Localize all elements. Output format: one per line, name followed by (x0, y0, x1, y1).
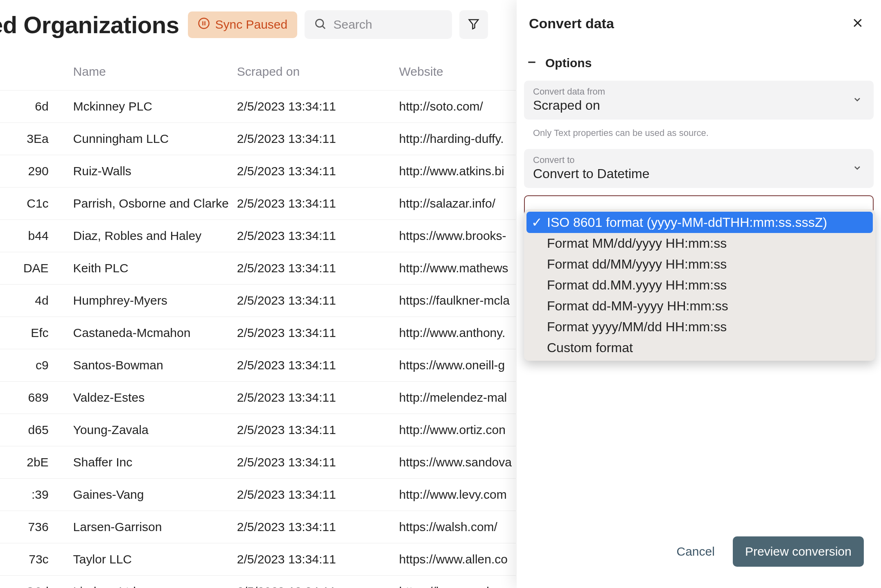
row-id: c9 (0, 349, 69, 382)
row-website: http://www.atkins.bi (395, 155, 516, 188)
format-option-label: Format yyyy/MM/dd HH:mm:ss (547, 319, 727, 335)
format-option[interactable]: Format dd.MM.yyyy HH:mm:ss (526, 275, 873, 296)
row-website: http://harding-duffy. (395, 123, 516, 155)
format-option-label: Custom format (547, 340, 633, 355)
table-row[interactable]: 736Larsen-Garrison2/5/2023 13:34:11https… (0, 511, 516, 543)
format-option[interactable]: Format MM/dd/yyyy HH:mm:ss (526, 233, 873, 254)
table-row[interactable]: DAEKeith PLC2/5/2023 13:34:11http://www.… (0, 252, 516, 285)
row-id: Efc (0, 317, 69, 349)
convert-to-value: Convert to Datetime (533, 166, 865, 181)
page-title: ped Organizations (0, 11, 179, 38)
row-website: https://www.allen.co (395, 543, 516, 576)
sync-status-text: Sync Paused (215, 18, 287, 32)
table-row[interactable]: C1cParrish, Osborne and Clarke2/5/2023 1… (0, 188, 516, 220)
row-website: https://faulkner-mcla (395, 285, 516, 317)
row-website: http://www.mathews (395, 252, 516, 285)
table-row[interactable]: b44Diaz, Robles and Haley2/5/2023 13:34:… (0, 220, 516, 252)
chevron-down-icon (852, 163, 862, 174)
filter-icon (468, 18, 480, 32)
close-icon (852, 23, 864, 30)
svg-point-0 (199, 18, 209, 28)
convert-from-select[interactable]: Convert data from Scraped on (524, 81, 874, 120)
row-id: 736 (0, 511, 69, 543)
table-row[interactable]: 3EaCunningham LLC2/5/2023 13:34:11http:/… (0, 123, 516, 155)
search-icon (314, 17, 327, 32)
row-website: https://logan-mckee (395, 576, 516, 588)
row-scraped-on: 2/5/2023 13:34:11 (233, 446, 395, 479)
row-name: Valdez-Estes (69, 382, 233, 414)
search-box[interactable] (305, 10, 452, 39)
format-option[interactable]: ✓ISO 8601 format (yyyy-MM-ddTHH:mm:ss.ss… (526, 212, 873, 233)
convert-to-select[interactable]: Convert to Convert to Datetime (524, 149, 874, 188)
row-id: 689 (0, 382, 69, 414)
table-row[interactable]: 4dHumphrey-Myers2/5/2023 13:34:11https:/… (0, 285, 516, 317)
row-scraped-on: 2/5/2023 13:34:11 (233, 479, 395, 511)
convert-from-label: Convert data from (533, 86, 865, 97)
row-website: http://melendez-mal (395, 382, 516, 414)
table-row[interactable]: :39Gaines-Vang2/5/2023 13:34:11http://ww… (0, 479, 516, 511)
table-row[interactable]: 2bEShaffer Inc2/5/2023 13:34:11https://w… (0, 446, 516, 479)
row-id: 290 (0, 155, 69, 188)
row-website: http://www.ortiz.con (395, 414, 516, 446)
row-name: Shaffer Inc (69, 446, 233, 479)
format-option-label: Format dd-MM-yyyy HH:mm:ss (547, 299, 728, 314)
col-name[interactable]: Name (69, 57, 233, 90)
row-scraped-on: 2/5/2023 13:34:11 (233, 511, 395, 543)
format-option-label: Format MM/dd/yyyy HH:mm:ss (547, 236, 727, 251)
col-website[interactable]: Website (395, 57, 516, 90)
table-row[interactable]: 689Valdez-Estes2/5/2023 13:34:11http://m… (0, 382, 516, 414)
row-scraped-on: 2/5/2023 13:34:11 (233, 90, 395, 123)
preview-conversion-button[interactable]: Preview conversion (733, 536, 864, 567)
row-name: Keith PLC (69, 252, 233, 285)
row-scraped-on: 2/5/2023 13:34:11 (233, 414, 395, 446)
row-website: http://www.levy.com (395, 479, 516, 511)
row-website: https://www.sandova (395, 446, 516, 479)
row-id: 2bE (0, 446, 69, 479)
row-scraped-on: 2/5/2023 13:34:11 (233, 123, 395, 155)
convert-data-panel: Convert data Options Convert data from S… (517, 0, 881, 588)
convert-from-value: Scraped on (533, 98, 865, 113)
format-option[interactable]: Custom format (526, 337, 873, 358)
row-scraped-on: 2/5/2023 13:34:11 (233, 576, 395, 588)
row-id: b44 (0, 220, 69, 252)
row-name: Taylor LLC (69, 543, 233, 576)
row-scraped-on: 2/5/2023 13:34:11 (233, 285, 395, 317)
table-row[interactable]: 290Ruiz-Walls2/5/2023 13:34:11http://www… (0, 155, 516, 188)
row-name: Santos-Bowman (69, 349, 233, 382)
row-id: 3Ea (0, 123, 69, 155)
row-id: O8d (0, 576, 69, 588)
filter-button[interactable] (459, 10, 488, 39)
svg-point-3 (316, 19, 324, 27)
table-row[interactable]: c9Santos-Bowman2/5/2023 13:34:11https://… (0, 349, 516, 382)
row-id: d65 (0, 414, 69, 446)
row-scraped-on: 2/5/2023 13:34:11 (233, 188, 395, 220)
format-option-label: Format dd.MM.yyyy HH:mm:ss (547, 278, 727, 293)
svg-line-4 (323, 26, 325, 29)
format-option[interactable]: Format dd/MM/yyyy HH:mm:ss (526, 254, 873, 275)
chevron-down-icon (852, 95, 862, 106)
row-id: 4d (0, 285, 69, 317)
svg-marker-5 (469, 20, 479, 29)
collapse-icon[interactable] (526, 57, 537, 69)
row-scraped-on: 2/5/2023 13:34:11 (233, 155, 395, 188)
table-row[interactable]: O8dLindsey Ltd2/5/2023 13:34:11https://l… (0, 576, 516, 588)
sync-status-badge[interactable]: Sync Paused (188, 11, 297, 38)
table-row[interactable]: d65Young-Zavala2/5/2023 13:34:11http://w… (0, 414, 516, 446)
cancel-button[interactable]: Cancel (676, 545, 714, 559)
row-id: 6d (0, 90, 69, 123)
format-option[interactable]: Format yyyy/MM/dd HH:mm:ss (526, 317, 873, 337)
data-table: Name Scraped on Website 6dMckinney PLC2/… (0, 57, 516, 588)
table-row[interactable]: EfcCastaneda-Mcmahon2/5/2023 13:34:11htt… (0, 317, 516, 349)
table-row[interactable]: 73cTaylor LLC2/5/2023 13:34:11https://ww… (0, 543, 516, 576)
format-option-label: Format dd/MM/yyyy HH:mm:ss (547, 257, 727, 272)
row-name: Mckinney PLC (69, 90, 233, 123)
close-button[interactable] (852, 17, 864, 31)
col-scraped-on[interactable]: Scraped on (233, 57, 395, 90)
convert-to-label: Convert to (533, 155, 865, 165)
format-option[interactable]: Format dd-MM-yyyy HH:mm:ss (526, 296, 873, 317)
search-input[interactable] (333, 18, 443, 32)
row-website: https://www.oneill-g (395, 349, 516, 382)
table-row[interactable]: 6dMckinney PLC2/5/2023 13:34:11http://so… (0, 90, 516, 123)
row-name: Parrish, Osborne and Clarke (69, 188, 233, 220)
row-name: Castaneda-Mcmahon (69, 317, 233, 349)
